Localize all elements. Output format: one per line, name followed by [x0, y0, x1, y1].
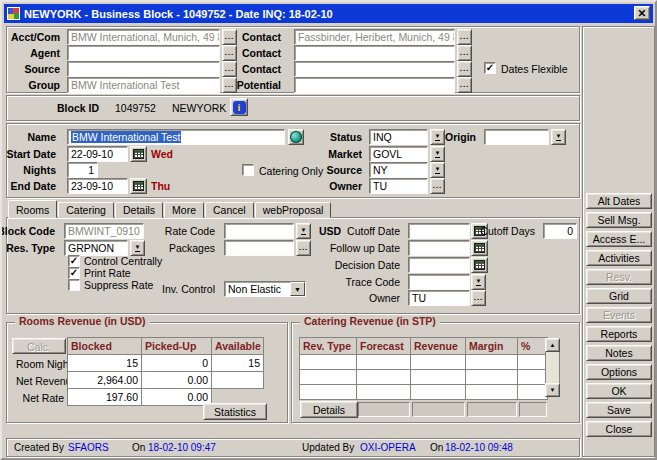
- resort-info-button[interactable]: i: [230, 98, 248, 116]
- tab-webproposal[interactable]: webProposal: [255, 202, 332, 218]
- contact3-label: Contact: [242, 61, 281, 77]
- market-field[interactable]: GOVL: [369, 146, 428, 162]
- inv-control-combo[interactable]: Non Elastic ▼: [224, 281, 306, 297]
- inv-control-dropdown-button[interactable]: ▼: [290, 282, 305, 296]
- translate-globe-button[interactable]: [288, 129, 304, 145]
- decision-calendar-button[interactable]: [471, 257, 488, 273]
- source2-lov-button[interactable]: ▼: [430, 162, 445, 178]
- suppress-rate-label: Suppress Rate: [84, 277, 153, 293]
- owner-field[interactable]: TU: [369, 178, 428, 194]
- rate-code-label: Rate Code: [165, 223, 215, 239]
- end-date-field[interactable]: 23-09-10: [67, 178, 128, 194]
- group-lookup-button[interactable]: ...: [222, 77, 237, 93]
- details-button[interactable]: Details: [300, 401, 358, 418]
- start-date-field[interactable]: 22-09-10: [67, 146, 128, 162]
- column-header: Revenue: [410, 337, 466, 355]
- packages-lookup-button[interactable]: ...: [296, 240, 311, 256]
- nights-field[interactable]: 1: [67, 162, 98, 178]
- ok-button[interactable]: OK: [586, 383, 652, 399]
- market-lov-button[interactable]: ▼: [430, 146, 445, 162]
- table-cell-empty: [299, 369, 357, 385]
- contact3-lookup-button[interactable]: ...: [457, 61, 472, 77]
- block-code-field[interactable]: BMWINT_0910: [64, 223, 144, 239]
- decision-date-field[interactable]: [408, 257, 470, 273]
- end-date-calendar-button[interactable]: [130, 178, 147, 194]
- table-cell: 0.00: [141, 388, 212, 406]
- dates-flexible-checkbox[interactable]: ✓: [484, 62, 496, 74]
- scroll-down-button[interactable]: ▼: [545, 383, 560, 397]
- origin-field[interactable]: [484, 129, 549, 145]
- table-cell-empty: [299, 384, 357, 400]
- cutoff-date-field[interactable]: [408, 223, 470, 239]
- tab-cancel[interactable]: Cancel: [205, 202, 254, 218]
- activities-button[interactable]: Activities: [586, 250, 652, 266]
- row-label: Room Nights: [12, 355, 68, 372]
- notes-button[interactable]: Notes: [586, 345, 652, 361]
- table-cell-empty: [410, 354, 466, 370]
- agent-field[interactable]: [67, 45, 220, 61]
- contact2-field[interactable]: [294, 45, 455, 61]
- follow-up-date-field[interactable]: [408, 240, 470, 256]
- sell-msg-button[interactable]: Sell Msg.: [586, 212, 652, 228]
- group-field[interactable]: BMW International Test: [67, 77, 220, 93]
- options-button[interactable]: Options: [586, 364, 652, 380]
- rate-code-lov-button[interactable]: ▼: [296, 223, 311, 239]
- status-lov-button[interactable]: ▼: [430, 129, 445, 145]
- contact1-field[interactable]: Fassbinder, Heribert, Munich, 49 8 125: [294, 29, 455, 45]
- start-date-calendar-button[interactable]: [130, 146, 147, 162]
- suppress-rate-checkbox[interactable]: [68, 279, 80, 291]
- potential-lookup-button[interactable]: ...: [457, 77, 472, 93]
- acct-com-lookup-button[interactable]: ...: [222, 29, 237, 45]
- contact2-lookup-button[interactable]: ...: [457, 45, 472, 61]
- ellipsis-icon: ...: [460, 32, 470, 41]
- print-rate-checkbox[interactable]: ✓: [68, 267, 80, 279]
- close-button[interactable]: Close: [586, 421, 652, 437]
- grid-button[interactable]: Grid: [586, 288, 652, 304]
- source-lookup-button[interactable]: ...: [222, 61, 237, 77]
- owner2-lookup-button[interactable]: ...: [471, 290, 486, 306]
- contact3-field[interactable]: [294, 61, 455, 77]
- origin-label: Origin: [445, 129, 476, 145]
- save-button[interactable]: Save: [586, 402, 652, 418]
- name-field[interactable]: BMW International Test: [67, 129, 285, 145]
- table-cell: 197.60: [67, 388, 142, 406]
- packages-field[interactable]: [224, 240, 294, 256]
- tab-rooms[interactable]: Rooms: [8, 200, 57, 218]
- follow-up-calendar-button[interactable]: [471, 240, 488, 256]
- agent-lookup-button[interactable]: ...: [222, 45, 237, 61]
- dropdown-icon: ▼: [476, 279, 482, 286]
- scroll-up-button[interactable]: ▲: [545, 338, 560, 352]
- access-excl-button[interactable]: Access E...: [586, 231, 652, 247]
- statistics-button[interactable]: Statistics: [203, 403, 267, 420]
- contact1-lookup-button[interactable]: ...: [457, 29, 472, 45]
- source2-field[interactable]: NY: [369, 162, 428, 178]
- start-date-label: Start Date: [6, 146, 56, 162]
- status-label: Status: [330, 129, 362, 145]
- origin-lov-button[interactable]: ▼: [551, 129, 566, 145]
- cutoff-days-field[interactable]: 0: [543, 223, 577, 239]
- tab-more[interactable]: More: [164, 202, 204, 218]
- column-header: Picked-Up: [141, 337, 212, 355]
- rate-code-field[interactable]: [224, 223, 294, 239]
- trace-code-field[interactable]: [408, 274, 470, 290]
- owner2-field[interactable]: TU: [408, 290, 470, 306]
- column-header: Rev. Type: [299, 337, 357, 355]
- alt-dates-button[interactable]: Alt Dates: [586, 193, 652, 209]
- trace-code-lov-button[interactable]: ▼: [471, 274, 486, 290]
- acct-com-field[interactable]: BMW International, Munich, 49 8 215 6: [67, 29, 220, 45]
- tab-catering[interactable]: Catering: [58, 202, 114, 218]
- titlebar[interactable]: NEWYORK - Business Block - 1049752 - Dat…: [4, 4, 653, 23]
- source-field[interactable]: [67, 61, 220, 77]
- table-cell: 2,964.00: [67, 371, 142, 389]
- owner-lookup-button[interactable]: ...: [430, 178, 445, 194]
- reports-button[interactable]: Reports: [586, 326, 652, 342]
- status-field[interactable]: INQ: [369, 129, 428, 145]
- catering-only-checkbox[interactable]: [242, 164, 254, 176]
- potential-field[interactable]: [294, 77, 455, 93]
- tab-details[interactable]: Details: [115, 202, 163, 218]
- start-day-of-week: Wed: [151, 146, 173, 162]
- owner2-label: Owner: [369, 290, 400, 306]
- close-window-button[interactable]: ✕: [634, 6, 650, 20]
- control-centrally-checkbox[interactable]: ✓: [68, 255, 80, 267]
- created-on-label: On: [132, 440, 145, 456]
